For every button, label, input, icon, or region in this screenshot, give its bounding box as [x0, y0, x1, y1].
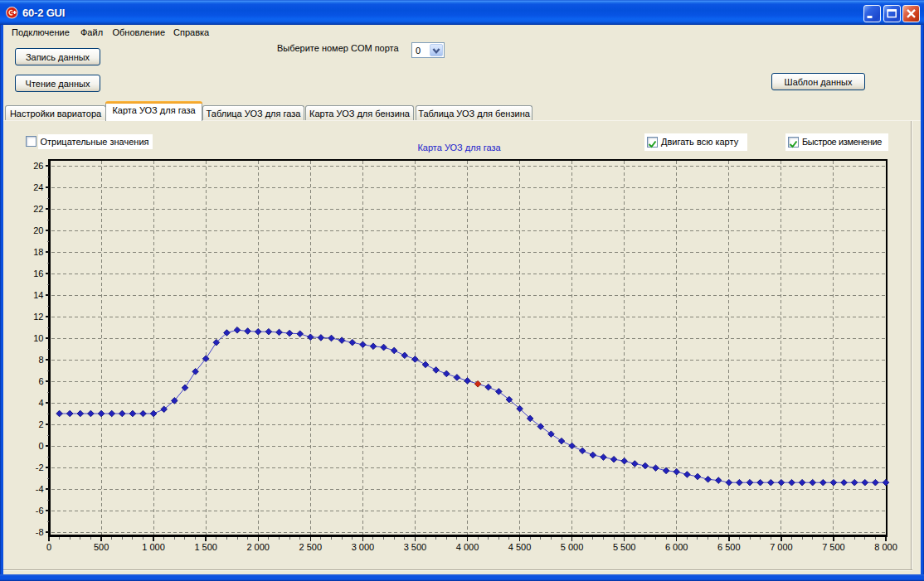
svg-text:7 000: 7 000 — [770, 542, 793, 552]
svg-text:8: 8 — [38, 355, 43, 365]
svg-text:2: 2 — [38, 419, 43, 429]
svg-text:-2: -2 — [36, 462, 44, 472]
svg-text:4 500: 4 500 — [508, 542, 532, 552]
svg-text:16: 16 — [33, 269, 43, 278]
svg-text:-8: -8 — [36, 527, 44, 537]
svg-text:18: 18 — [33, 247, 43, 257]
svg-text:-6: -6 — [36, 506, 44, 516]
svg-text:2 500: 2 500 — [299, 542, 323, 552]
svg-text:14: 14 — [33, 290, 43, 300]
svg-text:4 000: 4 000 — [456, 542, 479, 552]
svg-text:-4: -4 — [36, 484, 44, 494]
svg-text:20: 20 — [33, 225, 43, 235]
svg-text:5 000: 5 000 — [561, 542, 584, 552]
svg-text:0: 0 — [38, 441, 43, 451]
svg-text:10: 10 — [33, 333, 43, 343]
svg-text:7 500: 7 500 — [822, 542, 845, 552]
svg-text:4: 4 — [38, 398, 43, 408]
svg-text:3 500: 3 500 — [404, 542, 427, 552]
svg-text:1 500: 1 500 — [194, 542, 217, 552]
svg-text:12: 12 — [33, 312, 43, 322]
svg-text:6: 6 — [38, 376, 43, 386]
svg-text:2 000: 2 000 — [246, 542, 270, 552]
svg-text:26: 26 — [33, 161, 43, 171]
svg-text:5 500: 5 500 — [613, 542, 636, 552]
svg-text:0: 0 — [46, 542, 51, 552]
svg-text:1 000: 1 000 — [142, 542, 165, 552]
svg-text:24: 24 — [33, 182, 43, 192]
svg-text:3 000: 3 000 — [352, 542, 375, 552]
svg-text:8 000: 8 000 — [874, 542, 897, 552]
svg-text:500: 500 — [94, 542, 109, 552]
svg-text:22: 22 — [33, 204, 43, 214]
svg-text:6 500: 6 500 — [717, 542, 741, 552]
svg-text:6 000: 6 000 — [665, 542, 688, 552]
